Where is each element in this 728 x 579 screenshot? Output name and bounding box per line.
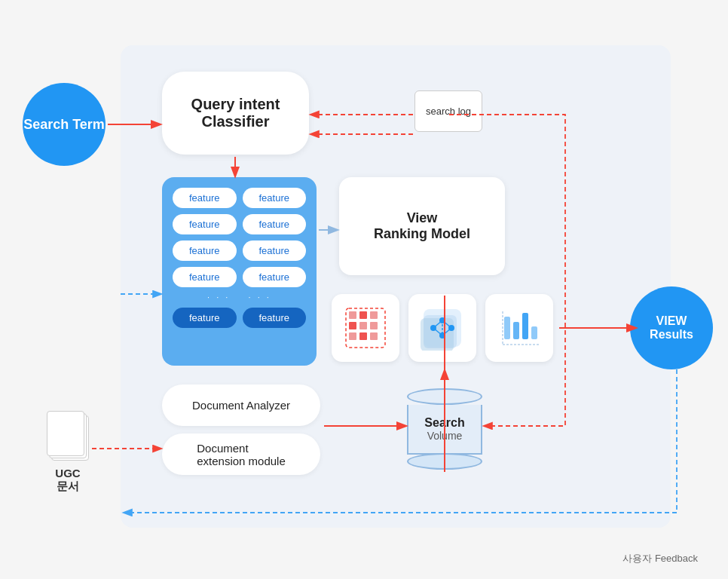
svg-rect-2: [370, 311, 378, 319]
feature-dots: · · · · · ·: [173, 293, 306, 302]
feature-btn-2-1: feature: [173, 214, 237, 234]
search-log-label: search log: [426, 106, 471, 117]
cylinder-body: Search Volume: [407, 405, 482, 455]
view-results-label: VIEWResults: [650, 314, 693, 342]
document-extension-box: Documentextension module: [162, 433, 320, 475]
footer-label: 사용자 Feedback: [622, 553, 698, 564]
query-classifier-box: Query intentClassifier: [162, 72, 309, 155]
feature-btn-active-2: feature: [243, 308, 307, 328]
svg-rect-12: [421, 318, 454, 351]
search-log-box: search log: [414, 90, 482, 132]
doc-page-3: [47, 411, 84, 456]
svg-rect-25: [531, 326, 537, 339]
svg-rect-24: [522, 313, 528, 339]
feature-row-active: feature feature: [173, 308, 306, 328]
feature-btn-4-1: feature: [173, 267, 237, 287]
search-term-label: Search Term: [23, 117, 105, 133]
svg-rect-0: [349, 311, 356, 319]
search-volume-cylinder: Search Volume: [407, 388, 482, 471]
svg-rect-3: [349, 322, 356, 329]
feature-row-3: feature feature: [173, 240, 306, 261]
cylinder-sublabel: Volume: [427, 430, 463, 442]
feature-row-1: feature feature: [173, 188, 306, 208]
document-analyzer-box: Document Analyzer: [162, 384, 320, 426]
ugc-doc-stack: [45, 411, 90, 464]
ugc-label: UGC문서: [45, 467, 90, 494]
svg-rect-8: [370, 332, 378, 340]
feature-btn-2-2: feature: [243, 214, 307, 234]
search-term-circle: Search Term: [23, 83, 106, 166]
feature-row-4: feature feature: [173, 267, 306, 287]
svg-rect-22: [504, 317, 510, 339]
feature-btn-3-1: feature: [173, 240, 237, 261]
feature-btn-1-1: feature: [173, 188, 237, 208]
footer-text: 사용자 Feedback: [622, 552, 698, 565]
feature-grid-area: feature feature feature feature feature …: [162, 177, 317, 366]
svg-rect-7: [359, 332, 367, 340]
matrix-icon: [343, 305, 388, 351]
feature-row-2: feature feature: [173, 214, 306, 234]
model-box-1: [332, 294, 399, 362]
view-ranking-box: ViewRanking Model: [339, 177, 505, 275]
svg-rect-23: [513, 322, 519, 339]
feature-btn-4-2: feature: [243, 267, 307, 287]
feature-btn-active-1: feature: [173, 308, 237, 328]
svg-rect-4: [359, 322, 367, 329]
bar-chart-icon: [497, 305, 542, 351]
svg-rect-5: [370, 322, 378, 329]
document-analyzer-label: Document Analyzer: [192, 399, 290, 412]
svg-rect-1: [359, 311, 367, 319]
cylinder-bottom: [407, 453, 482, 470]
model-boxes-row: [332, 294, 553, 362]
model-box-2: [408, 294, 476, 362]
cylinder-label: Search: [424, 416, 464, 430]
cylinder-top: [407, 388, 482, 405]
view-ranking-label: ViewRanking Model: [374, 210, 470, 242]
query-classifier-label: Query intentClassifier: [191, 96, 280, 130]
feature-btn-1-2: feature: [243, 188, 307, 208]
doc-boxes-group: Document Analyzer Documentextension modu…: [162, 384, 320, 475]
network-icon: [420, 305, 465, 351]
document-extension-label: Documentextension module: [197, 442, 286, 467]
svg-rect-6: [349, 332, 356, 340]
ugc-doc: UGC문서: [45, 411, 90, 494]
view-results-circle: VIEWResults: [630, 286, 713, 369]
feature-btn-3-2: feature: [243, 240, 307, 261]
model-box-3: [485, 294, 553, 362]
